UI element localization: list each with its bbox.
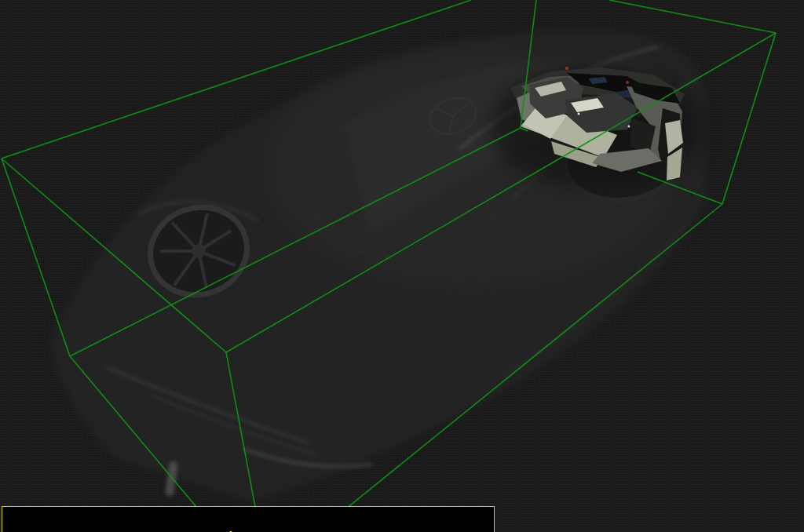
status-bar: Camera: pos -2.91 3.46 -0.27, dir 0.58 -… [2, 506, 495, 532]
render-viewport[interactable] [0, 0, 804, 532]
bounding-box-edge [609, 0, 776, 33]
render-window: Camera: pos -2.91 3.46 -0.27, dir 0.58 -… [0, 0, 804, 532]
